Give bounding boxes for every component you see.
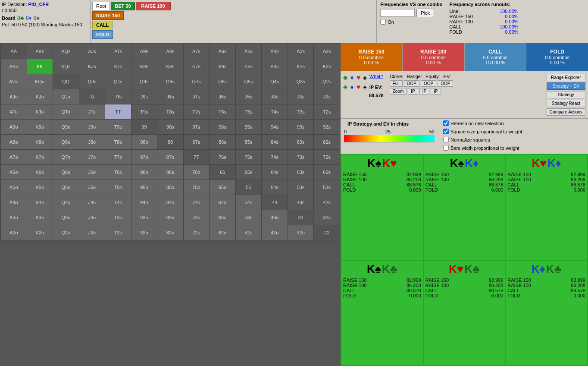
grid-cell[interactable]: A2o <box>1 225 27 240</box>
grid-cell[interactable]: 94o <box>131 195 157 210</box>
grid-cell[interactable]: 82s <box>314 135 340 150</box>
grid-cell[interactable]: J4s <box>262 89 288 104</box>
raise100-button[interactable]: RAISE 100 <box>136 2 171 10</box>
grid-cell[interactable]: 64o <box>210 195 236 210</box>
grid-cell[interactable]: 42o <box>262 225 288 240</box>
grid-cell[interactable]: 94s <box>262 120 288 135</box>
grid-cell[interactable]: 75s <box>235 150 262 165</box>
grid-cell[interactable]: KJo <box>27 89 53 104</box>
grid-cell[interactable]: 42s <box>314 195 340 210</box>
grid-cell[interactable]: QTs <box>105 74 131 89</box>
grid-cell[interactable]: 82o <box>157 225 184 240</box>
grid-cell[interactable]: A6s <box>210 44 236 59</box>
grid-cell[interactable]: T8o <box>105 135 131 150</box>
grid-cell[interactable]: J5s <box>235 89 262 104</box>
grid-cell[interactable]: K4o <box>27 195 53 210</box>
grid-cell[interactable]: QTo <box>53 104 79 120</box>
grid-cell[interactable]: Q3s <box>288 74 314 89</box>
grid-cell[interactable]: Q2s <box>314 74 340 89</box>
grid-cell[interactable]: A8o <box>1 135 27 150</box>
grid-cell[interactable]: QJo <box>53 89 79 104</box>
grid-cell[interactable]: KQs <box>53 59 79 74</box>
grid-cell[interactable]: 95s <box>235 120 262 135</box>
grid-cell[interactable]: K3s <box>288 59 314 74</box>
grid-cell[interactable]: J8o <box>79 135 105 150</box>
grid-cell[interactable]: TT <box>105 104 131 120</box>
grid-cell[interactable]: A9s <box>131 44 157 59</box>
grid-cell[interactable]: 84s <box>262 135 288 150</box>
grid-cell[interactable]: J6o <box>79 165 105 180</box>
call-box[interactable]: CALL 6.0 combos 100.00 % <box>465 43 527 71</box>
raise100-box[interactable]: RAISE 100 0.0 combos 0.00 % <box>403 43 465 71</box>
fold-box[interactable]: FOLD 0.0 combos 0.00 % <box>526 43 588 71</box>
grid-cell[interactable]: 54s <box>262 180 288 195</box>
grid-cell[interactable]: 52s <box>314 180 340 195</box>
grid-cell[interactable]: 96o <box>131 165 157 180</box>
pick-button[interactable]: Pick <box>416 9 434 17</box>
grid-cell[interactable]: AQs <box>53 44 79 59</box>
grid-cell[interactable]: Q2o <box>53 225 79 240</box>
grid-cell[interactable]: 93s <box>288 120 314 135</box>
grid-cell[interactable]: Q9s <box>131 74 157 89</box>
grid-cell[interactable]: T3o <box>105 210 131 225</box>
grid-cell[interactable]: 63o <box>210 210 236 225</box>
grid-cell[interactable]: Q4o <box>53 195 79 210</box>
grid-cell[interactable]: K5s <box>235 59 262 74</box>
oop-button-1[interactable]: OOP <box>404 80 419 87</box>
grid-cell[interactable]: 83o <box>157 210 184 225</box>
on-checkbox[interactable] <box>380 19 386 25</box>
grid-cell[interactable]: 63s <box>288 165 314 180</box>
grid-cell[interactable]: 72s <box>314 150 340 165</box>
grid-cell[interactable]: T8s <box>157 104 184 120</box>
grid-cell[interactable]: 95o <box>131 180 157 195</box>
grid-cell[interactable]: K9o <box>27 120 53 135</box>
grid-cell[interactable]: 76o <box>183 165 210 180</box>
grid-cell[interactable]: 85s <box>235 135 262 150</box>
grid-cell[interactable]: 98o <box>131 135 157 150</box>
grid-cell[interactable]: AKo <box>1 59 27 74</box>
grid-cell[interactable]: AJo <box>1 89 27 104</box>
grid-cell[interactable]: 52o <box>235 225 262 240</box>
grid-cell[interactable]: A8s <box>157 44 184 59</box>
grid-cell[interactable]: 62o <box>210 225 236 240</box>
grid-cell[interactable]: J4o <box>79 195 105 210</box>
grid-cell[interactable]: J9o <box>79 120 105 135</box>
grid-cell[interactable]: 43o <box>262 210 288 225</box>
combo-card[interactable]: K♠ K♣ RAISE 150 82.999 RAISE 100 86.208 … <box>341 261 423 366</box>
grid-cell[interactable]: 97s <box>183 120 210 135</box>
grid-cell[interactable]: J8s <box>157 89 184 104</box>
grid-cell[interactable]: A3o <box>1 210 27 225</box>
grid-cell[interactable]: ATo <box>1 104 27 120</box>
grid-cell[interactable]: K2o <box>27 225 53 240</box>
grid-cell[interactable]: J5o <box>79 180 105 195</box>
grid-cell[interactable]: 73s <box>288 150 314 165</box>
grid-cell[interactable]: KJs <box>79 59 105 74</box>
grid-cell[interactable]: A7o <box>1 150 27 165</box>
grid-cell[interactable]: 43s <box>288 195 314 210</box>
grid-cell[interactable]: KTo <box>27 104 53 120</box>
grid-cell[interactable]: J9s <box>131 89 157 104</box>
combo-card[interactable]: K♠ K♦ RAISE 150 82.999 RAISE 100 86.208 … <box>424 155 505 260</box>
grid-cell[interactable]: 66 <box>210 165 236 180</box>
grid-cell[interactable]: 96s <box>210 120 236 135</box>
grid-cell[interactable]: Q6o <box>53 165 79 180</box>
grid-cell[interactable]: K4s <box>262 59 288 74</box>
grid-cell[interactable]: K8o <box>27 135 53 150</box>
grid-cell[interactable]: T9s <box>131 104 157 120</box>
grid-cell[interactable]: 76s <box>210 150 236 165</box>
grid-cell[interactable]: Q8o <box>53 135 79 150</box>
grid-cell[interactable]: J6s <box>210 89 236 104</box>
normalize-checkbox[interactable] <box>443 137 449 142</box>
grid-cell[interactable]: A2s <box>314 44 340 59</box>
grid-cell[interactable]: K8s <box>157 59 184 74</box>
grid-cell[interactable]: 74o <box>183 195 210 210</box>
grid-cell[interactable]: AJs <box>79 44 105 59</box>
compare-actions-button[interactable]: Compare Actions <box>547 108 585 116</box>
ip-button-1[interactable]: IP <box>408 88 418 95</box>
grid-cell[interactable]: T5s <box>235 104 262 120</box>
grid-cell[interactable]: 22 <box>314 225 340 240</box>
grid-cell[interactable]: 54o <box>235 195 262 210</box>
freq-input[interactable] <box>380 9 415 17</box>
grid-cell[interactable]: K9s <box>131 59 157 74</box>
grid-cell[interactable]: KK <box>27 59 53 74</box>
